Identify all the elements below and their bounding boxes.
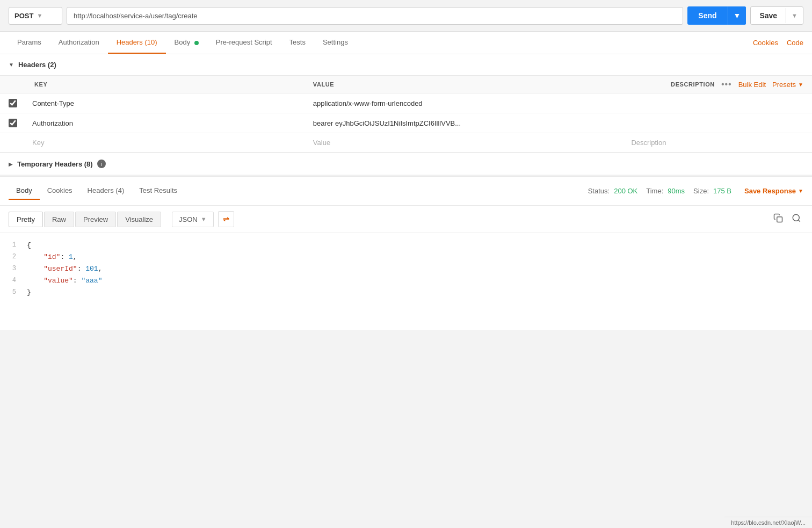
headers-badge: (10) [144,38,157,46]
tab-pre-request[interactable]: Pre-request Script [207,32,281,54]
row2-key[interactable]: Authorization [26,114,307,133]
col-value-header: VALUE [307,81,625,88]
svg-line-2 [798,220,800,221]
row2-checkbox-cell[interactable] [0,113,26,133]
method-label: POST [15,12,33,20]
line-num-1: 1 [0,240,27,250]
svg-rect-0 [777,217,782,222]
search-icon[interactable] [789,211,803,227]
toolbar-right [771,211,803,227]
code-line-3: 3 "userId": 101, [0,263,812,275]
method-chevron-icon: ▼ [37,12,42,19]
code-line-5: 5 } [0,287,812,299]
presets-link[interactable]: Presets ▼ [772,81,803,89]
header-row-1: Content-Type application/x-www-form-urle… [0,93,812,113]
temp-headers-title: Temporary Headers (8) [17,160,93,168]
headers-section-header[interactable]: ▼ Headers (2) [0,54,812,76]
send-dropdown-icon[interactable]: ▼ [728,6,746,25]
json-type-select[interactable]: JSON ▼ [172,212,214,227]
method-select[interactable]: POST ▼ [9,7,62,25]
row1-checkbox[interactable] [9,99,17,107]
tab-params[interactable]: Params [9,32,50,54]
format-tab-pretty[interactable]: Pretty [9,212,43,227]
bulk-edit-link[interactable]: Bulk Edit [738,81,766,89]
format-tab-visualize[interactable]: Visualize [117,212,161,227]
wrap-button[interactable]: ⇌ [218,211,234,227]
header-row-2: Authorization bearer eyJhbGciOiJSUzI1NiI… [0,113,812,133]
row1-key[interactable]: Content-Type [26,94,307,113]
row2-checkbox[interactable] [9,119,17,127]
url-input[interactable] [67,7,683,25]
column-header-row: KEY VALUE DESCRIPTION ••• Bulk Edit Pres… [0,76,812,93]
svg-point-1 [793,214,799,221]
empty-value[interactable]: Value [307,133,625,152]
info-icon[interactable]: i [97,160,106,168]
format-tabs: Pretty Raw Preview Visualize [9,212,161,227]
row2-value[interactable]: bearer eyJhbGciOiJSUzI1NiIsImtpZCI6IlllV… [307,114,625,133]
line-num-4: 4 [0,275,27,286]
headers-section-title: Headers (2) [18,61,56,69]
status-label: Status: [588,187,610,195]
line-content-5: } [27,287,812,299]
json-type-label: JSON [179,215,198,223]
row2-description[interactable] [625,118,812,128]
format-tab-preview[interactable]: Preview [75,212,116,227]
time-value: 90ms [668,187,685,195]
line-num-5: 5 [0,287,27,298]
tab-right-links: Cookies Code [753,32,803,53]
col-desc-area: DESCRIPTION ••• Bulk Edit Presets ▼ [625,79,812,89]
response-tab-cookies[interactable]: Cookies [40,182,80,200]
tab-headers[interactable]: Headers (10) [108,32,166,54]
format-tab-raw[interactable]: Raw [44,212,74,227]
top-bar: POST ▼ Send ▼ Save ▼ [0,0,812,32]
json-dropdown-icon: ▼ [201,216,207,222]
code-link[interactable]: Code [787,32,803,53]
body-dot-icon [194,41,199,45]
request-tab-bar: Params Authorization Headers (10) Body P… [0,32,812,54]
copy-icon[interactable] [771,211,785,227]
status-value: 200 OK [614,187,637,195]
presets-chevron-icon: ▼ [798,82,803,88]
line-num-3: 3 [0,263,27,274]
code-area: 1 { 2 "id": 1, 3 "userId": 101, 4 "value… [0,233,812,330]
line-content-1: { [27,240,812,251]
save-dropdown-icon[interactable]: ▼ [786,8,803,23]
line-num-2: 2 [0,251,27,262]
response-toolbar: Pretty Raw Preview Visualize JSON ▼ ⇌ [0,206,812,233]
save-response-button[interactable]: Save Response ▼ [744,187,803,195]
tab-tests[interactable]: Tests [281,32,314,54]
temp-headers-section[interactable]: ▶ Temporary Headers (8) i [0,153,812,175]
empty-key[interactable]: Key [26,133,307,152]
response-tab-body[interactable]: Body [9,182,40,200]
wrap-icon: ⇌ [223,215,229,223]
save-label: Save [751,7,786,24]
col-key-header: KEY [26,81,307,88]
row1-description[interactable] [625,98,812,109]
chevron-down-icon: ▼ [9,62,14,68]
response-tab-test-results[interactable]: Test Results [132,182,185,200]
more-options-icon[interactable]: ••• [721,79,732,89]
line-content-4: "value": "aaa" [27,275,812,287]
empty-header-row: Key Value Description [0,133,812,153]
tab-settings[interactable]: Settings [314,32,357,54]
cookies-link[interactable]: Cookies [753,32,778,53]
tab-authorization[interactable]: Authorization [50,32,108,54]
tab-body[interactable]: Body [166,32,207,54]
line-content-2: "id": 1, [27,251,812,263]
row1-value[interactable]: application/x-www-form-urlencoded [307,94,625,113]
code-line-4: 4 "value": "aaa" [0,275,812,287]
response-tab-headers[interactable]: Headers (4) [80,182,132,200]
code-line-1: 1 { [0,240,812,251]
save-response-chevron-icon: ▼ [798,188,803,194]
size-label: Size: [693,187,709,195]
save-button[interactable]: Save ▼ [750,6,803,25]
row1-checkbox-cell[interactable] [0,93,26,113]
send-label: Send [687,6,727,25]
response-stats: Status: 200 OK Time: 90ms Size: 175 B Sa… [588,187,803,195]
col-desc-header: DESCRIPTION [671,81,715,88]
code-line-2: 2 "id": 1, [0,251,812,263]
empty-description[interactable]: Description [625,133,812,152]
response-section: Body Cookies Headers (4) Test Results St… [0,176,812,330]
response-tab-bar: Body Cookies Headers (4) Test Results St… [0,176,812,206]
send-button[interactable]: Send ▼ [687,6,746,25]
